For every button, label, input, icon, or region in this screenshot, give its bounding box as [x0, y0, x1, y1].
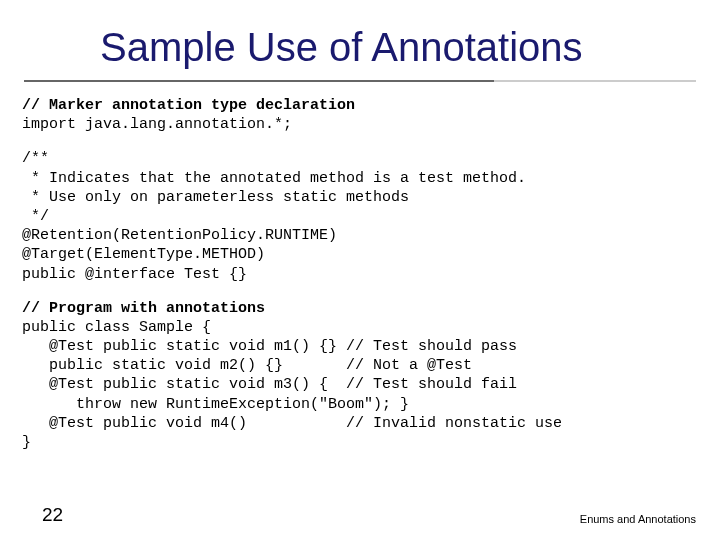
code-javadoc-close: */: [22, 207, 698, 226]
page-number: 22: [42, 504, 63, 526]
code-javadoc-open: /**: [22, 149, 698, 168]
code-m3-throw: throw new RuntimeException("Boom"); }: [22, 395, 698, 414]
code-m4: @Test public void m4() // Invalid nonsta…: [22, 414, 698, 433]
slide-title: Sample Use of Annotations: [0, 0, 720, 80]
code-m1: @Test public static void m1() {} // Test…: [22, 337, 698, 356]
code-import: import java.lang.annotation.*;: [22, 115, 698, 134]
code-class-close: }: [22, 433, 698, 452]
code-javadoc-line2: * Use only on parameterless static metho…: [22, 188, 698, 207]
code-comment-program: // Program with annotations: [22, 299, 698, 318]
code-comment-decl: // Marker annotation type declaration: [22, 96, 698, 115]
code-block: // Marker annotation type declaration im…: [0, 96, 720, 452]
code-interface: public @interface Test {}: [22, 265, 698, 284]
code-target: @Target(ElementType.METHOD): [22, 245, 698, 264]
code-m2: public static void m2() {} // Not a @Tes…: [22, 356, 698, 375]
title-underline: [24, 80, 696, 82]
footer-right-text: Enums and Annotations: [580, 513, 696, 525]
code-javadoc-line1: * Indicates that the annotated method is…: [22, 169, 698, 188]
code-retention: @Retention(RetentionPolicy.RUNTIME): [22, 226, 698, 245]
code-class-open: public class Sample {: [22, 318, 698, 337]
code-m3: @Test public static void m3() { // Test …: [22, 375, 698, 394]
